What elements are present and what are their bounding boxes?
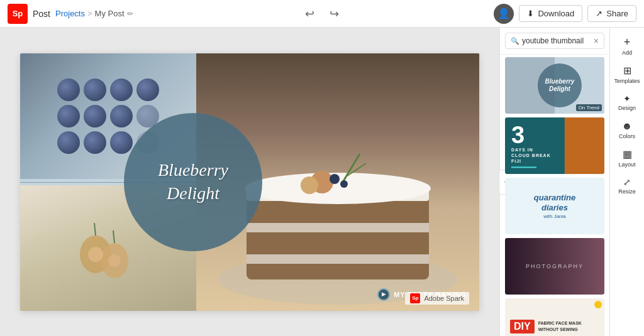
templates-panel: ‹ 🔍 × BlueberryD [499, 28, 609, 336]
berry-6 [84, 105, 106, 127]
topbar-right-actions: 👤 ⬇ Download ↗ Share [494, 4, 636, 24]
templates-label: Templates [614, 78, 640, 84]
diy-badge: DIY [510, 320, 535, 333]
spark-logo-watermark: Sp [410, 293, 420, 303]
thumb-3-content: quarantinediaries with Jania [505, 178, 604, 234]
canvas-title-circle: Blueberry Delight [124, 113, 262, 251]
breadcrumb-current-item: My Post ✏ [95, 9, 133, 18]
thumb-5-content: DIY FABRIC FACE MASKWITHOUT SEWING [505, 298, 604, 336]
adobe-spark-watermark: Sp Adobe Spark [405, 292, 469, 305]
layout-label: Layout [618, 161, 635, 168]
undo-button[interactable]: ↩ [303, 4, 317, 23]
share-label: Share [606, 9, 628, 18]
berry-4 [136, 79, 159, 101]
resize-label: Resize [618, 188, 636, 195]
breadcrumb: Projects > My Post ✏ [55, 9, 133, 18]
svg-line-4 [94, 223, 96, 236]
berry-10 [84, 131, 106, 154]
svg-point-2 [88, 247, 103, 262]
svg-rect-10 [247, 254, 429, 264]
breadcrumb-projects[interactable]: Projects [55, 9, 85, 18]
thumb-4-content: Photography [505, 238, 604, 295]
history-controls: ↩ ↪ [303, 4, 341, 23]
svg-rect-7 [247, 192, 429, 279]
diy-text: FABRIC FACE MASKWITHOUT SEWING [538, 320, 582, 333]
berry-2 [84, 79, 106, 101]
app-name: Post [33, 9, 50, 19]
search-input[interactable] [522, 36, 591, 45]
canvas-area[interactable]: Blueberry Delight ▶ MY TASTY BAKING Sp [0, 28, 499, 336]
share-icon: ↗ [596, 9, 602, 18]
sidebar-item-resize[interactable]: ⤢ Resize [612, 174, 642, 198]
breadcrumb-separator: > [87, 9, 92, 18]
download-button[interactable]: ⬇ Download [519, 5, 582, 22]
topbar: Sp Post Projects > My Post ✏ ↩ ↪ 👤 ⬇ Dow… [0, 0, 644, 28]
main-area: Blueberry Delight ▶ MY TASTY BAKING Sp [0, 28, 644, 336]
template-item[interactable]: BlueberryDelight On Trend [505, 57, 604, 114]
svg-line-5 [113, 230, 114, 243]
search-icon: 🔍 [511, 37, 519, 45]
canvas-background: Blueberry Delight ▶ MY TASTY BAKING Sp [20, 53, 479, 311]
sidebar-item-add[interactable]: + Add [612, 33, 642, 60]
right-sidebar-icons: + Add ⊞ Templates ✦ Design ☻ Colors ▦ La… [609, 28, 644, 336]
sidebar-item-colors[interactable]: ☻ Colors [612, 117, 642, 143]
edit-project-name-icon[interactable]: ✏ [127, 9, 133, 18]
colors-icon: ☻ [622, 121, 633, 131]
fig-illustration [70, 217, 146, 279]
add-icon: + [624, 36, 631, 48]
thumb-1-text: BlueberryDelight [545, 78, 575, 93]
download-icon: ⬇ [527, 9, 534, 18]
sidebar-item-design[interactable]: ✦ Design [612, 90, 642, 115]
right-section: ‹ 🔍 × BlueberryD [499, 28, 644, 336]
channel-icon: ▶ [377, 288, 390, 301]
berry-3 [110, 79, 133, 101]
berry-9 [57, 131, 80, 154]
template-search-bar: 🔍 × [500, 28, 609, 55]
layout-icon: ▦ [623, 149, 632, 160]
template-item[interactable]: Photography [505, 238, 604, 295]
thumb-1-brand: On Trend [576, 104, 602, 111]
berry-11 [110, 131, 133, 154]
svg-point-16 [330, 174, 340, 184]
svg-point-3 [108, 254, 121, 267]
avatar-icon: 👤 [497, 8, 510, 19]
sidebar-item-templates[interactable]: ⊞ Templates [612, 62, 642, 88]
templates-icon: ⊞ [623, 66, 631, 76]
svg-rect-9 [247, 223, 429, 232]
download-label: Download [538, 9, 574, 18]
template-item[interactable]: DIY FABRIC FACE MASKWITHOUT SEWING [505, 298, 604, 336]
user-avatar-button[interactable]: 👤 [494, 4, 514, 24]
design-icon: ✦ [623, 94, 631, 103]
template-item[interactable]: 3 DAYS INCLOUD BREAKFIJI [505, 117, 604, 174]
svg-rect-22 [565, 117, 604, 174]
canvas-title-text: Blueberry Delight [152, 153, 235, 211]
thumb-2-content: 3 DAYS INCLOUD BREAKFIJI [511, 123, 551, 168]
design-label: Design [618, 105, 636, 111]
add-label: Add [622, 50, 632, 56]
svg-point-15 [301, 176, 318, 194]
watermark-text: Adobe Spark [424, 295, 464, 302]
sidebar-item-layout[interactable]: ▦ Layout [612, 146, 642, 171]
berry-1 [57, 79, 80, 101]
berry-5 [57, 105, 80, 127]
search-clear-button[interactable]: × [594, 36, 599, 46]
template-item[interactable]: quarantinediaries with Jania [505, 178, 604, 234]
berry-7 [110, 105, 133, 127]
canvas: Blueberry Delight ▶ MY TASTY BAKING Sp [20, 53, 479, 311]
resize-icon: ⤢ [623, 178, 631, 187]
templates-list: BlueberryDelight On Trend 3 DAYS INCLOUD… [500, 55, 609, 336]
colors-label: Colors [619, 133, 635, 139]
app-logo: Sp [8, 4, 28, 24]
search-box[interactable]: 🔍 × [505, 33, 604, 49]
svg-point-17 [340, 180, 348, 188]
share-button[interactable]: ↗ Share [587, 5, 636, 22]
breadcrumb-current-label: My Post [95, 9, 125, 18]
redo-button[interactable]: ↪ [327, 4, 341, 23]
